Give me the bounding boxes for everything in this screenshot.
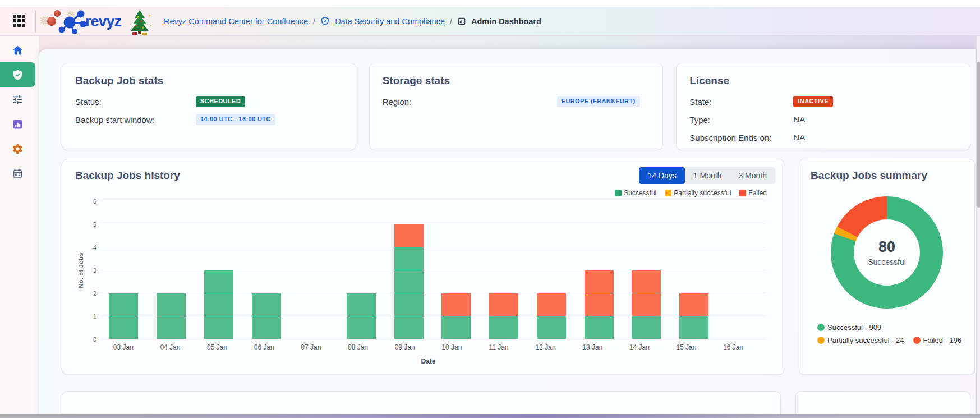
backup-jobs-history-card: Backup Jobs history 14 Days1 Month3 Mont… — [62, 159, 784, 375]
legend-item: Partially successful — [665, 189, 731, 197]
bar-chart-icon — [12, 118, 24, 130]
dashboard-chart-icon — [457, 17, 466, 26]
bar-segment-successful — [347, 293, 376, 339]
main-area: Backup Job stats Status:SCHEDULEDBackup … — [39, 36, 976, 418]
bar-slot — [527, 201, 575, 339]
shield-check-icon — [12, 69, 24, 81]
charts-row: Backup Jobs history 14 Days1 Month3 Mont… — [62, 159, 970, 375]
stat-label: Status: — [75, 97, 196, 107]
breadcrumb-link-data-security[interactable]: Data Security and Compliance — [335, 17, 445, 26]
tab-1-month[interactable]: 1 Month — [685, 167, 730, 184]
bar-slot — [480, 201, 528, 339]
tab-3-month[interactable]: 3 Month — [730, 167, 775, 184]
bar-segment-successful — [679, 316, 708, 339]
bar-segment-successful — [109, 293, 138, 339]
sidebar-item-settings[interactable] — [0, 136, 35, 161]
bar-segment-successful — [394, 247, 424, 339]
x-tick-label: 05 Jan — [194, 343, 241, 351]
legend-label: Failed - 196 — [923, 336, 962, 344]
card-title: Backup Job stats — [75, 75, 343, 87]
card-rows: State:INACTIVEType:NASubscription Ends o… — [689, 96, 957, 143]
history-title: Backup Jobs history — [75, 169, 180, 182]
x-tick-label: 07 Jan — [288, 343, 335, 351]
gridline — [100, 293, 765, 293]
donut-center-label: Successful — [868, 258, 906, 267]
summary-legend: Successful - 909Partially successful - 2… — [817, 323, 963, 344]
sidebar-item-schedule[interactable] — [0, 161, 35, 186]
stat-label: State: — [689, 97, 793, 107]
stat-row: Subscription Ends on:NA — [689, 132, 957, 143]
y-tick-label: 5 — [93, 221, 96, 228]
history-range-tabs: 14 Days1 Month3 Month — [639, 167, 775, 184]
x-tick-label: 09 Jan — [381, 343, 429, 351]
breadcrumb-link-command-center[interactable]: Revyz Command Center for Confluence — [164, 17, 308, 26]
app-switcher-grid-icon[interactable] — [13, 15, 26, 28]
bar-segment-successful — [489, 316, 518, 339]
breadcrumb-current-page: Admin Dashboard — [471, 17, 541, 26]
bar-slot — [148, 201, 195, 339]
y-axis-ticks: 0123456 — [85, 201, 100, 339]
stat-row: Status:SCHEDULED — [75, 96, 343, 107]
legend-swatch — [817, 337, 825, 344]
x-axis-ticks: 03 Jan04 Jan05 Jan06 Jan07 Jan08 Jan09 J… — [100, 343, 757, 351]
stacked-bar — [585, 270, 614, 339]
bar-slot — [338, 201, 385, 339]
status-badge: 14:00 UTC - 16:00 UTC — [196, 114, 275, 125]
stacked-bar — [252, 293, 281, 339]
bar-segment-successful — [441, 316, 471, 339]
x-tick-label: 16 Jan — [710, 343, 757, 351]
legend-label: Successful — [624, 189, 656, 197]
christmas-tree-icon — [127, 9, 153, 36]
tab-14-days[interactable]: 14 Days — [639, 167, 684, 184]
legend-item: Successful — [615, 189, 656, 197]
scrollbar[interactable] — [976, 36, 980, 418]
legend-label: Successful - 909 — [827, 323, 881, 332]
plot-area — [100, 201, 765, 339]
sliders-icon — [12, 94, 24, 105]
stat-label: Type: — [689, 115, 793, 125]
screen: ❅ ❅ revyz — [0, 0, 980, 418]
bar-segment-failed — [585, 270, 614, 316]
card-title: License — [689, 75, 957, 87]
y-tick-label: 2 — [93, 290, 96, 297]
legend-item: Failed — [739, 189, 767, 197]
sidebar-item-controls[interactable] — [0, 87, 35, 112]
bar-slot — [385, 201, 433, 339]
legend-swatch — [615, 190, 622, 196]
legend-swatch — [665, 190, 671, 196]
donut-center-value: 80 — [878, 238, 895, 256]
sidebar-item-data-security[interactable] — [0, 62, 35, 87]
y-axis-title: No. of Jobs — [76, 201, 85, 339]
bar-segment-successful — [157, 293, 186, 339]
breadcrumb-separator: / — [450, 17, 452, 26]
backup-jobs-summary-card: Backup Jobs summary 80 Successful Succes… — [799, 159, 975, 375]
scrollbar-thumb[interactable] — [977, 62, 980, 208]
legend-item: Successful - 909 — [817, 323, 881, 332]
bar-segment-failed — [441, 293, 471, 316]
stat-label: Subscription Ends on: — [689, 133, 793, 143]
legend-swatch — [913, 337, 921, 344]
x-tick-label: 14 Jan — [616, 343, 663, 351]
x-tick-label: 12 Jan — [522, 343, 569, 351]
status-badge: INACTIVE — [793, 96, 833, 107]
stacked-bar — [632, 270, 661, 339]
stat-row: Backup start window:14:00 UTC - 16:00 UT… — [75, 114, 343, 125]
calendar-icon — [12, 168, 24, 180]
x-tick-label: 13 Jan — [569, 343, 616, 351]
sidebar-item-analytics[interactable] — [0, 112, 35, 136]
card-rows: Status:SCHEDULEDBackup start window:14:0… — [75, 96, 343, 125]
bar-segment-failed — [679, 293, 708, 316]
bar-slot — [242, 201, 290, 339]
bar-segment-failed — [537, 293, 566, 316]
summary-title: Backup Jobs summary — [811, 169, 963, 182]
x-axis-title: Date — [100, 357, 757, 365]
gear-icon — [12, 143, 24, 155]
bar-segment-successful — [537, 316, 566, 339]
x-tick-label: 08 Jan — [334, 343, 381, 351]
bottom-edge-strip — [0, 414, 980, 418]
stacked-bar — [489, 293, 518, 339]
sidebar-item-home[interactable] — [0, 38, 35, 62]
header-divider — [35, 11, 36, 32]
legend-swatch — [739, 190, 746, 196]
gridline — [100, 201, 765, 201]
